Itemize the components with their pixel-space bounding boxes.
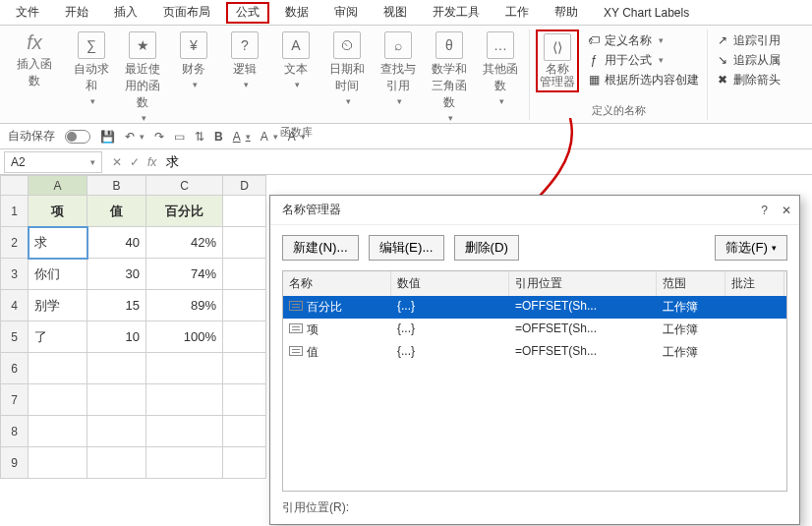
cell[interactable] — [146, 447, 223, 479]
cell[interactable]: 你们 — [29, 259, 87, 290]
cell[interactable] — [146, 353, 223, 384]
sort-button[interactable]: ⇅ — [195, 130, 204, 144]
row-header[interactable]: 4 — [1, 290, 29, 321]
menu-tab-5[interactable]: 数据 — [275, 2, 319, 24]
font-color-button[interactable]: A — [233, 130, 251, 144]
name-manager-button[interactable]: ⟨⟩ 名称 管理器 — [536, 29, 579, 92]
edit-button[interactable]: 编辑(E)... — [369, 235, 444, 261]
cell[interactable] — [146, 384, 223, 416]
save-button[interactable]: 💾 — [100, 130, 115, 144]
cell[interactable] — [29, 416, 87, 447]
cell[interactable] — [87, 353, 146, 384]
col-header[interactable] — [1, 176, 29, 196]
cell[interactable]: 15 — [87, 290, 146, 321]
font-size-dec-button[interactable]: A — [288, 130, 306, 144]
trace-precedents-button[interactable]: ↗追踪引用 — [714, 31, 783, 49]
cell[interactable]: 30 — [87, 259, 146, 290]
library-button-4[interactable]: A文本 — [273, 29, 319, 91]
cell[interactable] — [223, 259, 266, 290]
cell[interactable] — [29, 384, 87, 416]
name-list[interactable]: 名称数值引用位置范围批注 百分比{...}=OFFSET(Sh...工作簿项{.… — [282, 270, 787, 492]
cell[interactable] — [29, 353, 87, 384]
row-header[interactable]: 7 — [1, 384, 29, 416]
menu-tab-8[interactable]: 开发工具 — [423, 2, 490, 24]
bold-button[interactable]: B — [214, 130, 223, 144]
cell[interactable]: 别学 — [29, 290, 87, 321]
library-button-0[interactable]: ∑自动求和 — [69, 29, 114, 108]
cell[interactable] — [87, 416, 146, 447]
menu-tab-1[interactable]: 开始 — [55, 2, 98, 24]
touch-mode-button[interactable]: ▭ — [174, 130, 185, 144]
row-header[interactable]: 6 — [1, 353, 29, 384]
cell[interactable] — [223, 227, 266, 259]
row-header[interactable]: 9 — [1, 447, 29, 479]
cell[interactable] — [223, 321, 266, 353]
undo-button[interactable]: ↶ — [125, 130, 145, 144]
row-header[interactable]: 1 — [1, 196, 29, 227]
cell[interactable]: 求 — [29, 227, 87, 259]
library-button-6[interactable]: ⌕查找与引用 — [376, 29, 421, 108]
menu-tab-9[interactable]: 工作 — [495, 2, 539, 24]
name-list-row[interactable]: 值{...}=OFFSET(Sh...工作簿 — [283, 341, 786, 364]
menu-tab-2[interactable]: 插入 — [104, 2, 147, 24]
formula-input[interactable] — [162, 151, 812, 173]
name-list-row[interactable]: 项{...}=OFFSET(Sh...工作簿 — [283, 319, 786, 341]
new-button[interactable]: 新建(N)... — [282, 235, 359, 261]
cell[interactable] — [223, 416, 266, 447]
menu-tab-0[interactable]: 文件 — [6, 2, 49, 24]
row-header[interactable]: 3 — [1, 259, 29, 290]
close-button[interactable]: ✕ — [782, 204, 791, 217]
cell[interactable] — [223, 196, 266, 227]
cell[interactable] — [29, 447, 87, 479]
library-button-7[interactable]: θ数学和三角函数 — [427, 29, 472, 125]
cancel-icon[interactable]: ✕ — [112, 155, 122, 169]
help-button[interactable]: ? — [761, 204, 768, 217]
define-name-button[interactable]: 🏷定义名称 — [585, 31, 701, 49]
row-header[interactable]: 5 — [1, 321, 29, 353]
trace-dependents-button[interactable]: ↘追踪从属 — [714, 51, 783, 69]
table-header-cell[interactable]: 值 — [87, 196, 146, 227]
cell[interactable] — [87, 447, 146, 479]
cell[interactable]: 42% — [146, 227, 223, 259]
delete-button[interactable]: 删除(D) — [454, 235, 520, 261]
insert-function-button[interactable]: fx 插入函数 — [12, 29, 57, 91]
menu-tab-7[interactable]: 视图 — [374, 2, 417, 24]
col-header[interactable]: D — [223, 176, 266, 196]
filter-button[interactable]: 筛选(F)▾ — [715, 235, 787, 261]
cell[interactable] — [146, 416, 223, 447]
library-button-1[interactable]: ★最近使用的函数 — [120, 29, 165, 125]
table-header-cell[interactable]: 百分比 — [146, 196, 223, 227]
enter-icon[interactable]: ✓ — [130, 155, 140, 169]
col-header[interactable]: C — [146, 176, 223, 196]
autosave-toggle[interactable] — [65, 130, 90, 144]
list-column-header[interactable]: 批注 — [725, 271, 784, 296]
name-box[interactable]: A2▾ — [4, 151, 102, 173]
remove-arrows-button[interactable]: ✖删除箭头 — [714, 71, 783, 88]
cell[interactable] — [87, 384, 146, 416]
cell[interactable] — [223, 353, 266, 384]
redo-button[interactable]: ↷ — [154, 130, 164, 144]
col-header[interactable]: A — [29, 176, 87, 196]
name-list-row[interactable]: 百分比{...}=OFFSET(Sh...工作簿 — [283, 296, 786, 319]
menu-tab-3[interactable]: 页面布局 — [153, 2, 220, 24]
cell[interactable]: 89% — [146, 290, 223, 321]
cell[interactable] — [223, 290, 266, 321]
cell[interactable]: 10 — [87, 321, 146, 353]
list-column-header[interactable]: 名称 — [283, 271, 391, 296]
cell[interactable]: 100% — [146, 321, 223, 353]
menu-tab-6[interactable]: 审阅 — [324, 2, 368, 24]
list-column-header[interactable]: 数值 — [391, 271, 509, 296]
menu-tab-4[interactable]: 公式 — [226, 2, 269, 24]
row-header[interactable]: 8 — [1, 416, 29, 447]
menu-tab-10[interactable]: 帮助 — [545, 2, 588, 24]
cell[interactable]: 40 — [87, 227, 146, 259]
list-column-header[interactable]: 引用位置 — [509, 271, 657, 296]
row-header[interactable]: 2 — [1, 227, 29, 259]
library-button-3[interactable]: ?逻辑 — [222, 29, 267, 91]
use-in-formula-button[interactable]: ƒ用于公式 — [585, 51, 701, 69]
table-header-cell[interactable]: 项 — [29, 196, 87, 227]
cell[interactable] — [223, 384, 266, 416]
library-button-5[interactable]: ⏲日期和时间 — [324, 29, 370, 108]
fx-icon[interactable]: fx — [147, 155, 156, 169]
menu-tab-11[interactable]: XY Chart Labels — [594, 2, 699, 24]
